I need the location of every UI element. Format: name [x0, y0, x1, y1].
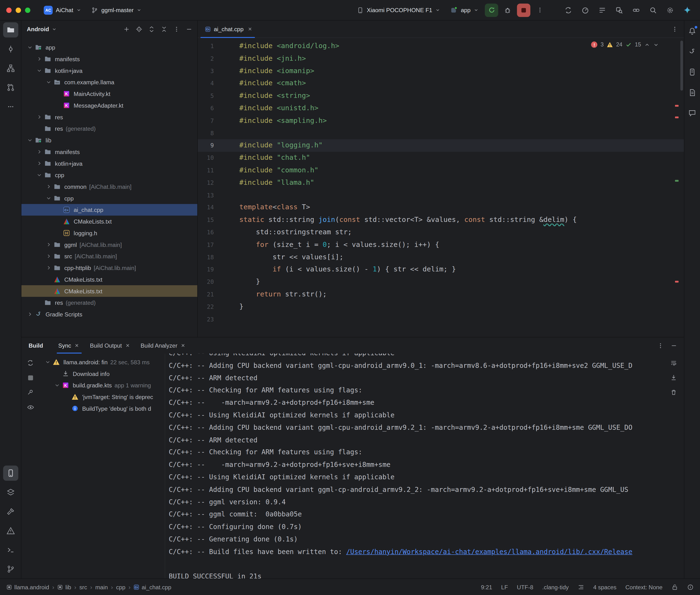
version-control-tool-button[interactable]: [3, 561, 18, 577]
build-tree-item-build.gradle.kts[interactable]: Kbuild.gradle.ktsapp 1 warning: [39, 379, 165, 391]
project-tree-item-messageadapter.kt[interactable]: KMessageAdapter.kt: [22, 100, 197, 111]
build-options-kebab-button[interactable]: [654, 340, 666, 351]
project-tree-item-mainactivity.kt[interactable]: KMainActivity.kt: [22, 88, 197, 100]
filter-warnings-button[interactable]: [25, 401, 36, 413]
debug-app-button[interactable]: [501, 3, 514, 17]
collapse-all-button[interactable]: [158, 23, 170, 35]
device-mirroring-button[interactable]: [629, 3, 643, 17]
project-tree-item-cmakelists.txt[interactable]: CMakeLists.txt: [22, 274, 197, 285]
code-editor[interactable]: 1#include <android/log.h>2#include <jni.…: [198, 38, 684, 337]
project-tree-item-com.example.llama[interactable]: com.example.llama: [22, 77, 197, 88]
status-info-icon[interactable]: [687, 584, 694, 590]
build-tree-item-download-info[interactable]: Download info: [39, 368, 165, 379]
build-tree-item--jvmtarget-string-is-deprec[interactable]: 'jvmTarget: String' is deprec: [39, 391, 165, 403]
clang-tidy-widget[interactable]: .clang-tidy: [542, 584, 569, 590]
prev-problem-chevron-icon[interactable]: [644, 42, 650, 47]
profiler-button[interactable]: [579, 3, 592, 17]
write-access-lock-icon[interactable]: [671, 584, 678, 590]
project-tree-item-cpp[interactable]: cpp: [22, 192, 197, 204]
stop-sync-button[interactable]: [25, 372, 36, 384]
build-tab-build-analyzer[interactable]: Build Analyzer: [137, 337, 190, 353]
project-tree-item-kotlin+java[interactable]: kotlin+java: [22, 158, 197, 169]
notifications-tool-button[interactable]: [684, 23, 700, 38]
chevron-down-icon[interactable]: [35, 172, 43, 178]
resync-button[interactable]: [25, 357, 36, 369]
zoom-window-button[interactable]: [25, 7, 30, 12]
build-variants-tool-button[interactable]: [3, 485, 18, 500]
gradle-tool-button[interactable]: [684, 44, 700, 59]
pin-tab-button[interactable]: [25, 387, 36, 398]
build-tree-item-llama.android-fin[interactable]: llama.android: fin22 sec, 583 ms: [39, 356, 165, 368]
chevron-down-icon[interactable]: [44, 359, 52, 365]
clear-console-button[interactable]: [668, 387, 679, 398]
project-tree-item-common[interactable]: common[AiChat.lib.main]: [22, 181, 197, 192]
chevron-down-icon[interactable]: [45, 196, 53, 201]
project-tree-item-res[interactable]: res(generated): [22, 123, 197, 135]
build-tool-button[interactable]: [3, 504, 18, 519]
app-inspection-button[interactable]: [613, 3, 626, 17]
project-options-kebab-button[interactable]: [171, 23, 182, 35]
line-separator-widget[interactable]: LF: [501, 584, 508, 590]
commit-tool-button[interactable]: [3, 41, 18, 57]
gemini-button[interactable]: [680, 3, 694, 17]
project-view-selector[interactable]: Android: [27, 26, 56, 33]
expand-all-button[interactable]: [145, 23, 157, 35]
code-style-icon[interactable]: [578, 584, 584, 590]
project-tree-item-manifests[interactable]: manifests: [22, 53, 197, 65]
build-tab-build-output[interactable]: Build Output: [86, 337, 135, 353]
editor-options-kebab-button[interactable]: [669, 23, 680, 35]
project-tree-item-res[interactable]: res(generated): [22, 297, 197, 309]
project-tree-item-ggml[interactable]: ggml[AiChat.lib.main]: [22, 239, 197, 251]
settings-button[interactable]: [663, 3, 677, 17]
locate-file-button[interactable]: [133, 23, 145, 35]
breadcrumb-cpp[interactable]: cpp: [116, 584, 125, 590]
project-tree-item-ai-chat.cpp[interactable]: C+ai_chat.cpp: [22, 204, 197, 216]
branch-widget[interactable]: ggml-master: [87, 4, 145, 16]
cursor-position-widget[interactable]: 9:21: [481, 584, 492, 590]
scroll-to-end-button[interactable]: [668, 372, 679, 384]
breadcrumb-ai-chat.cpp[interactable]: C+ai_chat.cpp: [134, 584, 171, 590]
change-stripe-mark[interactable]: [675, 180, 678, 182]
close-tab-button[interactable]: [180, 342, 186, 348]
device-explorer-tool-button[interactable]: [684, 64, 700, 80]
minimize-window-button[interactable]: [16, 7, 21, 12]
device-selector[interactable]: Xiaomi POCOPHONE F1: [353, 4, 444, 16]
project-tree-item-app[interactable]: app: [22, 41, 197, 53]
indent-widget[interactable]: 4 spaces: [593, 584, 617, 590]
chevron-right-icon[interactable]: [45, 254, 53, 259]
chevron-right-icon[interactable]: [35, 56, 43, 61]
chevron-right-icon[interactable]: [45, 184, 53, 189]
chevron-right-icon[interactable]: [35, 161, 43, 166]
project-tree-item-src[interactable]: src[AiChat.lib.main]: [22, 251, 197, 262]
rerun-app-button[interactable]: [485, 3, 498, 17]
chevron-down-icon[interactable]: [35, 68, 43, 73]
breadcrumb-main[interactable]: main: [95, 584, 108, 590]
close-tab-button[interactable]: [74, 342, 80, 348]
next-problem-chevron-icon[interactable]: [653, 42, 659, 47]
editor-scrollbar[interactable]: [680, 41, 683, 91]
search-everywhere-button[interactable]: [646, 3, 660, 17]
problems-tool-button[interactable]: [3, 523, 18, 538]
breadcrumb-llama.android[interactable]: llama.android: [6, 584, 49, 590]
project-tree-item-gradle-scripts[interactable]: Gradle Scripts: [22, 308, 197, 320]
structure-tool-button[interactable]: [3, 61, 18, 76]
add-button[interactable]: [120, 23, 132, 35]
more-tools-button[interactable]: [3, 99, 18, 114]
output-path-link[interactable]: /Users/hanyin/Workspace/ai-chat/examples…: [346, 548, 632, 556]
run-config-selector[interactable]: app: [447, 4, 482, 16]
breadcrumb-src[interactable]: src: [79, 584, 87, 590]
close-tab-button[interactable]: [247, 26, 253, 32]
build-tree-item-buildtype-debug-is-both-d[interactable]: BuildType 'debug' is both d: [39, 403, 165, 414]
project-tree-item-cpp-httplib[interactable]: cpp-httplib[AiChat.lib.main]: [22, 262, 197, 274]
project-tree-item-lib[interactable]: lib: [22, 134, 197, 146]
chevron-right-icon[interactable]: [35, 149, 43, 154]
project-widget[interactable]: AC AiChat: [40, 3, 85, 17]
build-console[interactable]: C/C++: -- Using KleidiAI optimized kerne…: [165, 353, 664, 578]
chevron-right-icon[interactable]: [45, 242, 53, 247]
encoding-widget[interactable]: UTF-8: [517, 584, 533, 590]
run-options-kebab-button[interactable]: [533, 3, 547, 17]
chevron-down-icon[interactable]: [45, 80, 53, 85]
soft-wrap-button[interactable]: [668, 357, 679, 369]
chevron-down-icon[interactable]: [53, 382, 61, 388]
hide-panel-button[interactable]: [183, 23, 195, 35]
